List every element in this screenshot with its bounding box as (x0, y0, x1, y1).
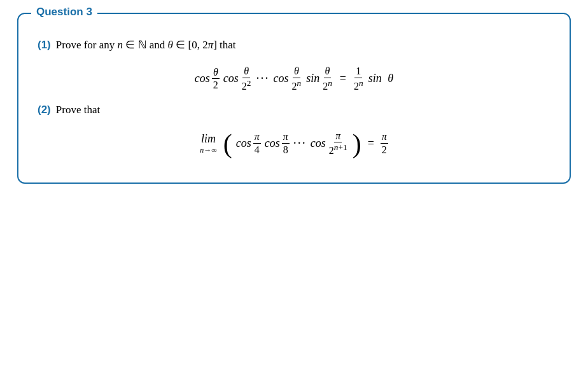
frac-pi-4: π 4 (253, 131, 261, 155)
cos-1: cos (195, 72, 210, 85)
equals-1: = (340, 72, 346, 85)
sin-theta: sin (368, 72, 382, 85)
part-2-text: Prove that (56, 104, 100, 116)
frac-1-num: 1 (354, 65, 362, 78)
frac-theta-4: θ 22 (241, 65, 253, 92)
frac-den-2n: 2n (291, 78, 303, 92)
frac-den-2: 2 (212, 79, 220, 91)
frac-pi-2-result: π 2 (381, 131, 388, 155)
part-1-header: (1) Prove for any n ∈ ℕ and θ ∈ [0, 2π] … (38, 38, 550, 52)
cos-pi-4-label: cos (236, 137, 251, 150)
cos-term-1: cos θ 2 (195, 67, 220, 91)
sin-theta-term: sin θ (368, 72, 393, 85)
part-1: (1) Prove for any n ∈ ℕ and θ ∈ [0, 2π] … (38, 38, 550, 92)
frac-pi-2n1-num: π (334, 130, 342, 143)
cos-term-2: cos θ 22 (223, 65, 253, 92)
cos-pi-8: cos π 8 (265, 131, 290, 155)
sin-term: sin θ 2n (306, 65, 333, 92)
frac-num-theta-n: θ (293, 65, 300, 78)
frac-theta-2n-sin: θ 2n (321, 65, 333, 92)
question-title: Question 3 (31, 6, 97, 18)
cos-pi-2n1-label: cos (311, 137, 326, 150)
frac-1-den: 2n (353, 78, 365, 92)
cos-pi-4: cos π 4 (236, 131, 261, 155)
frac-sin-den: 2n (321, 78, 333, 92)
frac-pi-4-num: π (253, 131, 261, 144)
cos-pi-8-label: cos (265, 137, 280, 150)
frac-pi-2n1-den: 2n+1 (328, 142, 349, 156)
lim-label: lim (201, 132, 216, 146)
formula-1-math: cos θ 2 cos θ 22 ··· (195, 65, 393, 92)
formula-1: cos θ 2 cos θ 22 ··· (38, 65, 550, 92)
frac-pi-4-den: 4 (253, 144, 261, 156)
frac-den-4: 22 (241, 78, 253, 92)
sin-1: sin (306, 72, 319, 85)
part-2-label: (2) (38, 104, 51, 116)
frac-num-theta-2: θ (242, 65, 250, 78)
part-1-label: (1) (38, 39, 51, 52)
lim-subscript: n→∞ (200, 146, 217, 155)
cdots-1: ··· (256, 71, 270, 86)
part-2-header: (2) Prove that (38, 104, 550, 116)
frac-pi-2-result-num: π (381, 131, 388, 144)
question-card: Question 3 (1) Prove for any n ∈ ℕ and θ… (17, 13, 571, 184)
equals-2: = (368, 137, 374, 150)
frac-pi-8-num: π (282, 131, 290, 144)
cos-term-n: cos θ 2n (274, 65, 303, 92)
frac-theta-2n: θ 2n (291, 65, 303, 92)
cdots-2: ··· (293, 136, 307, 151)
formula-2-math: lim n→∞ ( cos π 4 cos π (200, 130, 388, 157)
cos-pi-2n1: cos π 2n+1 (311, 130, 349, 157)
limit-block: lim n→∞ (200, 132, 217, 155)
formula-2: lim n→∞ ( cos π 4 cos π (38, 130, 550, 157)
frac-pi-2-result-den: 2 (381, 144, 388, 156)
left-paren: ( (223, 130, 232, 157)
frac-theta-2: θ 2 (212, 67, 220, 91)
frac-pi-2n1: π 2n+1 (328, 130, 349, 157)
frac-sin-num: θ (324, 65, 332, 78)
frac-pi-8: π 8 (282, 131, 290, 155)
frac-num-theta: θ (212, 67, 220, 79)
frac-1-2n: 1 2n (353, 65, 365, 92)
part-1-text: Prove for any n ∈ ℕ and θ ∈ [0, 2π] that (56, 38, 236, 52)
part-2: (2) Prove that lim n→∞ ( cos π 4 (38, 104, 550, 157)
cos-n: cos (274, 72, 289, 85)
frac-pi-8-den: 8 (282, 144, 290, 156)
cos-2: cos (223, 72, 239, 85)
right-paren: ) (353, 130, 361, 157)
